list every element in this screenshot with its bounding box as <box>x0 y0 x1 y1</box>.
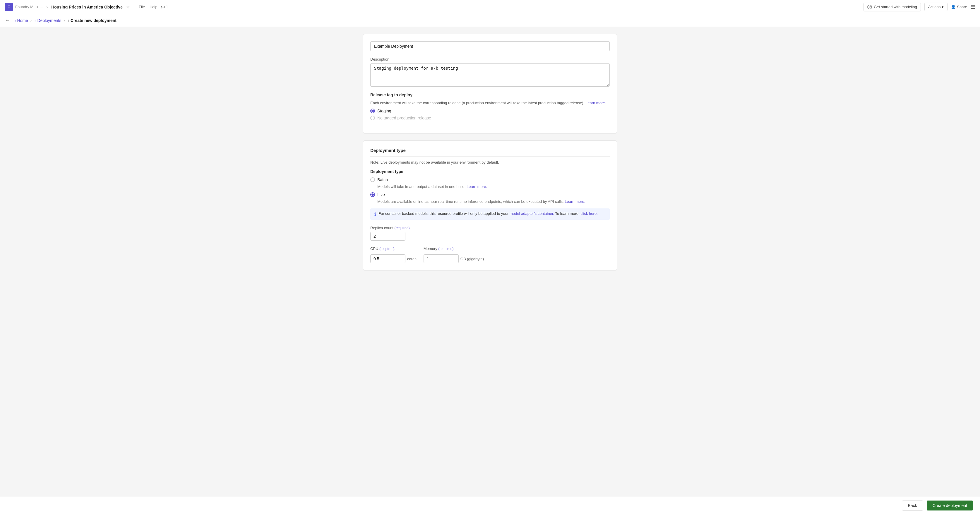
note-text: Note: Live deployments may not be availa… <box>370 160 610 164</box>
get-started-button[interactable]: ? Get started with modeling <box>864 3 921 11</box>
navbar: ← ⌂ Home › ↑ Deployments › ↑ Create new … <box>0 14 980 27</box>
live-learn-more-link[interactable]: Learn more. <box>565 199 585 204</box>
deployment-type-radio-group: Batch Models will take in and output a d… <box>370 177 610 204</box>
back-nav-button[interactable]: ← <box>5 17 10 24</box>
share-button[interactable]: 👤 Share <box>951 5 967 9</box>
cpu-memory-row: CPU (required) cores Memory (required) G… <box>370 247 610 263</box>
info-icon: ℹ <box>374 212 376 217</box>
deployment-name-input[interactable] <box>370 41 610 51</box>
replica-required-tag: (required) <box>394 226 409 230</box>
help-menu-button[interactable]: Help <box>148 4 159 10</box>
release-tag-label: Release tag to deploy <box>370 92 610 97</box>
current-breadcrumb: ↑ Create new deployment <box>67 18 116 23</box>
memory-group: Memory (required) GB (gigabyte) <box>423 247 484 263</box>
replica-count-group: Replica count (required) <box>370 226 610 240</box>
deployments-icon: ↑ <box>34 18 36 23</box>
live-radio-item[interactable]: Live <box>370 192 610 197</box>
cpu-input-unit: cores <box>370 255 417 263</box>
batch-learn-more-link[interactable]: Learn more. <box>466 185 487 189</box>
main-content: Description Staging deployment for a/b t… <box>358 27 622 301</box>
get-started-label: Get started with modeling <box>874 5 917 9</box>
no-production-radio-item[interactable]: No tagged production release <box>370 116 610 120</box>
current-label: Create new deployment <box>70 18 116 23</box>
deployment-type-label: Deployment type <box>370 169 610 174</box>
topbar-left: F Foundry ML > ... › Housing Prices in A… <box>5 3 168 11</box>
click-here-link[interactable]: click here. <box>581 211 598 216</box>
help-circle-icon: ? <box>867 5 872 10</box>
badge-icon: 🏷 <box>161 5 165 10</box>
release-tag-description: Each environment will take the correspon… <box>370 101 610 105</box>
home-breadcrumb-link[interactable]: ⌂ Home <box>13 18 28 23</box>
cpu-input[interactable] <box>370 255 406 263</box>
name-description-card: Description Staging deployment for a/b t… <box>363 34 617 134</box>
info-banner: ℹ For container backed models, this reso… <box>370 208 610 220</box>
cpu-required-tag: (required) <box>379 247 395 251</box>
staging-radio-item[interactable]: Staging <box>370 108 610 113</box>
favorite-star[interactable]: ☆ <box>126 5 130 10</box>
cpu-unit-label: cores <box>407 257 417 261</box>
breadcrumb-sep-2: › <box>64 18 65 23</box>
badge-count: 1 <box>166 5 168 9</box>
menu-button[interactable]: ☰ <box>970 4 975 10</box>
release-tag-radio-group: Staging No tagged production release <box>370 108 610 120</box>
topbar-right: ? Get started with modeling Actions ▾ 👤 … <box>864 3 975 11</box>
live-description: Models are available online as near real… <box>377 199 610 204</box>
breadcrumb: ⌂ Home › ↑ Deployments › ↑ Create new de… <box>13 18 116 23</box>
share-label: Share <box>957 5 967 9</box>
description-textarea[interactable]: Staging deployment for a/b testing <box>370 63 610 87</box>
description-label: Description <box>370 57 610 62</box>
cpu-label: CPU (required) <box>370 247 417 251</box>
breadcrumb-sep-1: › <box>30 18 32 23</box>
info-text2: To learn more, <box>555 211 579 216</box>
deployments-breadcrumb-link[interactable]: ↑ Deployments <box>34 18 62 23</box>
page-title: Housing Prices in America Objective <box>51 5 123 10</box>
badge: 🏷 1 <box>161 4 168 10</box>
breadcrumb-path: Foundry ML > ... <box>15 5 43 9</box>
deployment-type-card: Deployment type Note: Live deployments m… <box>363 140 617 271</box>
topbar: F Foundry ML > ... › Housing Prices in A… <box>0 0 980 14</box>
actions-chevron-icon: ▾ <box>942 5 944 9</box>
info-text: For container backed models, this resour… <box>379 211 508 216</box>
app-icon: F <box>5 3 13 11</box>
cpu-group: CPU (required) cores <box>370 247 417 263</box>
share-icon: 👤 <box>951 5 956 9</box>
release-tag-group: Release tag to deploy Each environment w… <box>370 92 610 120</box>
batch-description: Models will take in and output a dataset… <box>377 185 610 189</box>
release-tag-learn-more-link[interactable]: Learn more. <box>585 101 606 105</box>
live-radio-label: Live <box>377 192 385 197</box>
home-icon: ⌂ <box>13 18 16 23</box>
home-label: Home <box>17 18 28 23</box>
no-production-radio-button[interactable] <box>370 116 375 120</box>
batch-radio-item[interactable]: Batch <box>370 177 610 182</box>
actions-label: Actions <box>928 5 941 9</box>
actions-button[interactable]: Actions ▾ <box>924 3 948 11</box>
memory-input[interactable] <box>423 255 459 263</box>
deployments-label: Deployments <box>37 18 62 23</box>
file-menu-button[interactable]: File <box>137 4 146 10</box>
model-adapter-link[interactable]: model adapter's container. <box>510 211 554 216</box>
replica-count-label: Replica count (required) <box>370 226 610 230</box>
current-deploy-icon: ↑ <box>67 18 69 23</box>
batch-radio-button[interactable] <box>370 177 375 182</box>
batch-radio-label: Batch <box>377 177 388 182</box>
memory-input-unit: GB (gigabyte) <box>423 255 484 263</box>
memory-unit-label: GB (gigabyte) <box>460 257 484 261</box>
staging-radio-button[interactable] <box>370 108 375 113</box>
staging-radio-label: Staging <box>377 108 391 113</box>
name-field-group <box>370 41 610 51</box>
file-help-menu: File Help 🏷 1 <box>137 4 168 10</box>
description-field-group: Description Staging deployment for a/b t… <box>370 57 610 87</box>
live-radio-button[interactable] <box>370 192 375 197</box>
memory-required-tag: (required) <box>438 247 453 251</box>
deployment-type-section-label: Deployment type <box>370 148 610 157</box>
no-production-radio-label: No tagged production release <box>377 116 431 120</box>
memory-label: Memory (required) <box>423 247 484 251</box>
replica-count-input[interactable] <box>370 232 406 240</box>
